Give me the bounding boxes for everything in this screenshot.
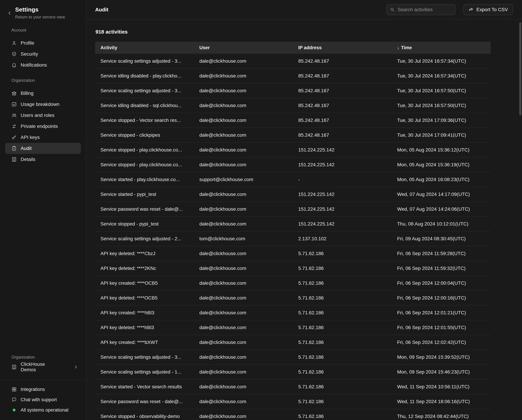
sidebar-item-users-and-roles[interactable]: Users and roles — [5, 110, 81, 121]
table-cell: dale@clickhouse.com — [194, 54, 293, 69]
table-cell: dale@clickhouse.com — [194, 98, 293, 113]
export-csv-button[interactable]: Export To CSV — [463, 4, 513, 15]
table-row[interactable]: Service started - pypi_testdale@clickhou… — [95, 187, 491, 202]
footer-item-label: All systems operational — [21, 407, 69, 413]
table-row[interactable]: Service scaling settings adjusted - 3...… — [95, 54, 491, 69]
column-header-time[interactable]: ↓Time — [392, 42, 491, 54]
table-row[interactable]: Service scaling settings adjusted - 2...… — [95, 231, 491, 246]
usage-chart-icon — [11, 101, 17, 107]
table-row[interactable]: Service stopped - play.clickhouse.co...d… — [95, 157, 491, 172]
table-cell: 151.224.225.142 — [293, 157, 392, 172]
audit-table-body: Service scaling settings adjusted - 3...… — [95, 54, 491, 420]
table-row[interactable]: Service started - play.clickhouse.co...s… — [95, 172, 491, 187]
table-cell: API key created: ****hBl3 — [95, 305, 194, 320]
table-cell: 2.137.10.102 — [293, 231, 392, 246]
table-cell: Fri, 06 Sep 2024 11:59:32(UTC) — [392, 261, 491, 276]
settings-title: Settings — [15, 6, 82, 13]
table-cell: dale@clickhouse.com — [194, 320, 293, 335]
footer-item-status[interactable]: All systems operational — [0, 405, 86, 415]
table-cell: 85.242.48.167 — [293, 128, 392, 142]
table-row[interactable]: Service stopped - observability-demodale… — [95, 409, 491, 420]
table-row[interactable]: API key created: ****bXWTdale@clickhouse… — [95, 335, 491, 350]
table-cell: Service idling disabled - play.clickho..… — [95, 69, 194, 83]
table-row[interactable]: Service scaling settings adjusted - 3...… — [95, 83, 491, 98]
search-input[interactable] — [386, 4, 455, 15]
table-cell: Service password was reset - dale@... — [95, 202, 194, 217]
table-cell: 85.242.48.167 — [293, 113, 392, 128]
sidebar-header: Settings Return to your service view — [0, 0, 86, 20]
table-row[interactable]: API key deleted: ****OCB5dale@clickhouse… — [95, 291, 491, 305]
export-icon — [468, 7, 474, 12]
sidebar-bottom: Organization ClickHouse Demos Integratio… — [0, 355, 86, 420]
org-name: ClickHouse Demos — [21, 361, 61, 373]
table-cell: Service scaling settings adjusted - 3... — [95, 83, 194, 98]
table-row[interactable]: Service stopped - Vector search res...da… — [95, 113, 491, 128]
org-switcher[interactable]: ClickHouse Demos — [5, 361, 81, 373]
table-cell: Mon, 09 Sep 2024 15:39:52(UTC) — [392, 350, 491, 365]
column-header-ip[interactable]: IP address — [293, 42, 392, 54]
table-row[interactable]: Service password was reset - dale@...dal… — [95, 394, 491, 409]
table-row[interactable]: Service stopped - pypi_testdale@clickhou… — [95, 217, 491, 231]
main-area: Audit Export To CSV 918 activities Ac — [86, 0, 522, 420]
table-row[interactable]: Service stopped - play.clickhouse.co...d… — [95, 142, 491, 157]
table-cell: dale@clickhouse.com — [194, 350, 293, 365]
table-cell: Fri, 06 Sep 2024 12:00:16(UTC) — [392, 291, 491, 305]
scrollbar-thumb[interactable] — [519, 22, 521, 115]
table-cell: Fri, 06 Sep 2024 11:59:28(UTC) — [392, 246, 491, 261]
sidebar-item-security[interactable]: Security — [5, 48, 81, 60]
sidebar-item-details[interactable]: Details — [5, 154, 81, 165]
table-row[interactable]: Service started - Vector search resultsd… — [95, 379, 491, 394]
table-cell: Service scaling settings adjusted - 2... — [95, 231, 194, 246]
footer-item-integrations[interactable]: Integrations — [0, 384, 86, 395]
table-cell: dale@clickhouse.com — [194, 335, 293, 350]
table-row[interactable]: API key created: ****OCB5dale@clickhouse… — [95, 276, 491, 291]
sidebar-item-notifications[interactable]: Notifications — [5, 60, 81, 70]
sidebar-item-usage-breakdown[interactable]: Usage breakdown — [5, 99, 81, 110]
chevron-right-icon — [73, 365, 78, 369]
chevron-left-icon — [7, 10, 12, 16]
table-cell: dale@clickhouse.com — [194, 291, 293, 305]
table-row[interactable]: API key created: ****hBl3dale@clickhouse… — [95, 305, 491, 320]
activities-count: 918 activities — [95, 29, 491, 35]
sidebar-item-audit[interactable]: Audit — [5, 143, 81, 154]
table-cell: - — [293, 172, 392, 187]
footer-item-label: Chat with support — [21, 397, 57, 403]
table-cell: Mon, 05 Aug 2024 15:36:19(UTC) — [392, 157, 491, 172]
table-cell: Tue, 30 Jul 2024 16:57:50(UTC) — [392, 83, 491, 98]
table-row[interactable]: Service idling disabled - play.clickho..… — [95, 69, 491, 83]
table-row[interactable]: API key deleted: ****2KNcdale@clickhouse… — [95, 261, 491, 276]
table-row[interactable]: Service idling disabled - sql.clickhou..… — [95, 98, 491, 113]
back-button[interactable] — [6, 10, 13, 16]
table-row[interactable]: API key deleted: ****hBl3dale@clickhouse… — [95, 320, 491, 335]
table-cell: 151.224.225.142 — [293, 187, 392, 202]
column-header-user[interactable]: User — [194, 42, 293, 54]
table-cell: Service started - Vector search results — [95, 379, 194, 394]
column-header-activity[interactable]: Activity — [95, 42, 194, 54]
sidebar-item-billing[interactable]: Billing — [5, 88, 81, 99]
bell-icon — [11, 62, 17, 68]
table-cell: dale@clickhouse.com — [194, 379, 293, 394]
table-cell: dale@clickhouse.com — [194, 142, 293, 157]
table-row[interactable]: Service stopped - clickpipesdale@clickho… — [95, 128, 491, 142]
table-row[interactable]: Service scaling settings adjusted - 3...… — [95, 350, 491, 365]
table-cell: 5.71.62.186 — [293, 409, 392, 420]
sidebar-item-label: Details — [21, 157, 35, 162]
table-cell: 5.71.62.186 — [293, 365, 392, 379]
table-cell: Wed, 07 Aug 2024 14:17:09(UTC) — [392, 187, 491, 202]
sidebar-footer: Integrations Chat with support All syste… — [0, 380, 86, 415]
table-row[interactable]: Service password was reset - dale@...dal… — [95, 202, 491, 217]
footer-item-chat-support[interactable]: Chat with support — [0, 395, 86, 405]
table-cell: Fri, 06 Sep 2024 12:00:04(UTC) — [392, 276, 491, 291]
table-cell: Service stopped - observability-demo — [95, 409, 194, 420]
table-cell: Thu, 08 Aug 2024 10:12:01(UTC) — [392, 217, 491, 231]
table-cell: Service stopped - play.clickhouse.co... — [95, 142, 194, 157]
sidebar-item-private-endpoints[interactable]: Private endpoints — [5, 121, 81, 132]
table-cell: 5.71.62.186 — [293, 291, 392, 305]
sidebar-item-api-keys[interactable]: API keys — [5, 132, 81, 143]
table-cell: dale@clickhouse.com — [194, 217, 293, 231]
settings-subtitle: Return to your service view — [15, 15, 82, 20]
chat-icon — [11, 397, 17, 403]
table-row[interactable]: API key deleted: ****CbzJdale@clickhouse… — [95, 246, 491, 261]
table-row[interactable]: Service scaling settings adjusted - 1...… — [95, 365, 491, 379]
sidebar-item-profile[interactable]: Profile — [5, 38, 81, 48]
